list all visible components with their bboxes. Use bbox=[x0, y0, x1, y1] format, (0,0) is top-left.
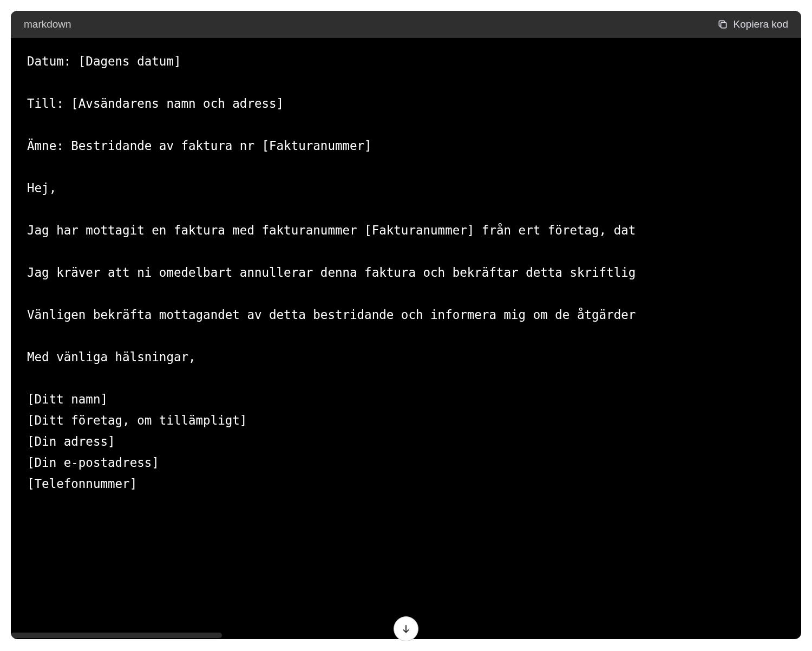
arrow-down-icon bbox=[401, 623, 411, 634]
code-block-header: markdown Kopiera kod bbox=[11, 11, 801, 38]
horizontal-scrollbar-thumb[interactable] bbox=[11, 633, 222, 638]
svg-rect-0 bbox=[721, 23, 726, 28]
copy-icon bbox=[717, 19, 728, 30]
code-block: markdown Kopiera kod Datum: [Dagens datu… bbox=[11, 11, 801, 639]
copy-code-button[interactable]: Kopiera kod bbox=[717, 18, 788, 30]
copy-code-label: Kopiera kod bbox=[734, 18, 788, 30]
code-content-area[interactable]: Datum: [Dagens datum] Till: [Avsändarens… bbox=[11, 38, 801, 639]
code-text: Datum: [Dagens datum] Till: [Avsändarens… bbox=[27, 51, 785, 494]
scroll-down-button[interactable] bbox=[394, 616, 418, 641]
code-language-label: markdown bbox=[24, 18, 71, 30]
